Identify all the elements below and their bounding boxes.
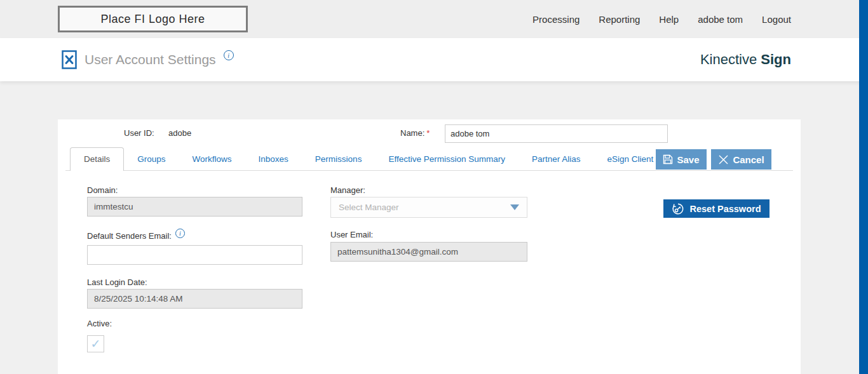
user-email-input [330,242,527,262]
nav-processing[interactable]: Processing [532,14,580,25]
fi-logo-placeholder-text: Place FI Logo Here [100,13,205,26]
document-tools-icon [62,50,77,69]
user-email-label: User Email: [330,230,373,239]
chevron-down-icon [510,204,519,210]
page-title: User Account Settings [85,52,216,67]
default-senders-email-info-icon[interactable]: i [175,229,185,238]
user-id-label: User ID: [124,128,154,138]
page-header: User Account Settings i Kinective Sign [0,38,868,81]
required-asterisk: * [426,128,430,138]
name-input[interactable] [445,124,668,143]
manager-dropdown[interactable]: Select Manager [330,197,527,218]
default-senders-email-input[interactable] [87,245,302,265]
top-bar: Place FI Logo Here Processing Reporting … [0,0,868,38]
cancel-button[interactable]: Cancel [711,149,771,170]
nav-help[interactable]: Help [659,14,679,25]
user-account-card: User ID: adobe Name:* Details Groups Wor… [58,119,801,374]
nav-user-menu[interactable]: adobe tom [698,14,743,25]
reset-key-icon [672,203,684,215]
last-login-date-label: Last Login Date: [87,277,147,287]
tab-workflows[interactable]: Workflows [179,148,245,170]
top-navigation: Processing Reporting Help adobe tom Logo… [532,14,868,25]
domain-label: Domain: [87,185,118,195]
save-floppy-icon [663,154,673,164]
cancel-x-icon [718,154,729,165]
active-label: Active: [87,319,112,328]
default-senders-email-label: Default Senders Email: i [87,231,185,241]
user-id-value: adobe [168,128,191,138]
active-checkbox[interactable]: ✓ [87,335,104,352]
reset-password-button[interactable]: Reset Password [663,199,770,218]
page-title-info-icon[interactable]: i [224,50,234,60]
tab-details[interactable]: Details [70,147,124,171]
right-edge-accent-stripe [859,0,868,374]
brand-suffix: Sign [761,51,791,67]
fi-logo-placeholder: Place FI Logo Here [58,6,248,32]
save-button[interactable]: Save [656,149,707,170]
brand-logo: Kinective Sign [700,51,791,68]
tab-permissions[interactable]: Permissions [302,148,376,170]
checkmark-icon: ✓ [91,337,101,351]
manager-label: Manager: [330,185,365,195]
tab-inboxes[interactable]: Inboxes [245,148,302,170]
name-label: Name:* [400,128,430,138]
last-login-date-input [87,289,302,309]
brand-name: Kinective [700,51,761,67]
tab-groups[interactable]: Groups [124,148,179,170]
domain-input [87,197,302,217]
tab-effective-permission-summary[interactable]: Effective Permission Summary [375,148,519,170]
tab-partner-alias[interactable]: Partner Alias [519,148,594,170]
nav-reporting[interactable]: Reporting [599,14,640,25]
manager-placeholder: Select Manager [339,203,399,212]
nav-logout[interactable]: Logout [762,14,791,25]
